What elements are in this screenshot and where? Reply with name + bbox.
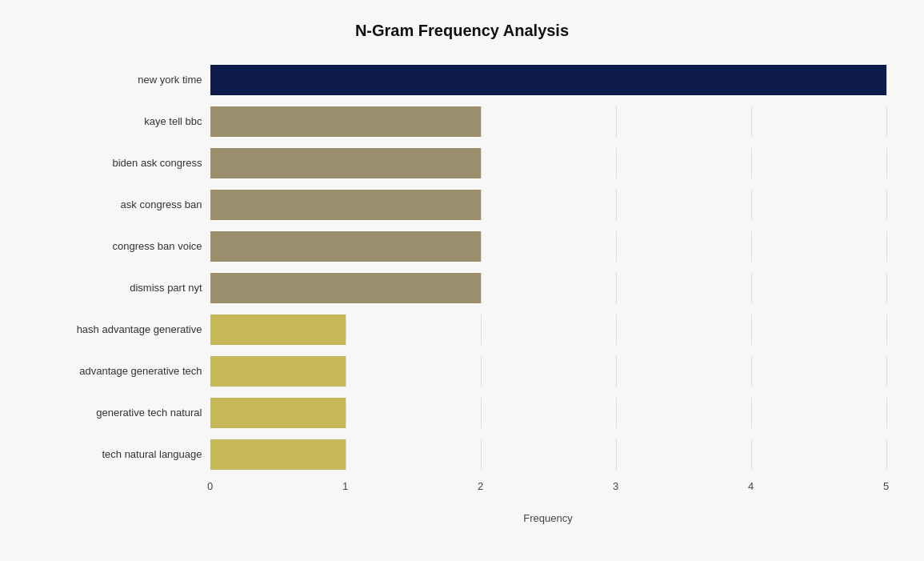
bar-track: [210, 148, 886, 178]
bar-fill: [210, 231, 481, 262]
x-label-wrapper: Frequency: [38, 509, 886, 524]
bar-track: [210, 106, 886, 137]
x-tick: 0: [207, 480, 213, 492]
bar-row: dismiss part nyt: [38, 267, 886, 309]
bar-fill: [210, 315, 346, 345]
x-tick: 3: [613, 480, 618, 492]
bar-track: [210, 439, 886, 470]
bar-row: biden ask congress: [38, 142, 886, 184]
x-tick: 2: [478, 480, 483, 492]
bar-row: congress ban voice: [38, 226, 886, 267]
bar-label: hash advantage generative: [38, 323, 210, 335]
bar-fill: [210, 356, 346, 387]
bar-row: kaye tell bbc: [38, 101, 886, 142]
bar-track: [210, 356, 886, 387]
bar-fill: [210, 65, 886, 95]
x-axis-wrapper: 012345: [38, 480, 886, 504]
bar-row: hash advantage generative: [38, 309, 886, 351]
bar-row: advantage generative tech: [38, 351, 886, 392]
bar-label: generative tech natural: [38, 407, 210, 419]
bar-track: [210, 315, 886, 345]
chart-container: N-Gram Frequency Analysis new york timek…: [22, 6, 902, 556]
x-tick: 5: [883, 480, 889, 492]
x-tick: 4: [748, 480, 754, 492]
bar-label: dismiss part nyt: [38, 282, 210, 294]
bar-track: [210, 65, 886, 95]
bar-track: [210, 273, 886, 303]
bar-fill: [210, 148, 481, 178]
bar-fill: [210, 106, 481, 137]
bar-label: kaye tell bbc: [38, 115, 210, 127]
bar-label: biden ask congress: [38, 157, 210, 169]
bar-label: advantage generative tech: [38, 365, 210, 377]
bar-fill: [210, 439, 346, 470]
bar-row: new york time: [38, 59, 886, 101]
x-axis: 012345: [210, 480, 886, 504]
bar-row: generative tech natural: [38, 392, 886, 434]
x-axis-label: Frequency: [210, 512, 886, 524]
bar-label: congress ban voice: [38, 240, 210, 252]
bar-label: tech natural language: [38, 448, 210, 460]
bar-fill: [210, 190, 481, 220]
chart-area: new york timekaye tell bbcbiden ask cong…: [38, 59, 886, 475]
bar-track: [210, 190, 886, 220]
bar-fill: [210, 398, 346, 428]
bar-label: ask congress ban: [38, 198, 210, 210]
bar-label: new york time: [38, 74, 210, 86]
bar-row: tech natural language: [38, 434, 886, 475]
bar-fill: [210, 273, 481, 303]
bar-track: [210, 398, 886, 428]
x-tick: 1: [342, 480, 348, 492]
bar-row: ask congress ban: [38, 184, 886, 226]
bar-track: [210, 231, 886, 262]
chart-title: N-Gram Frequency Analysis: [38, 22, 886, 40]
